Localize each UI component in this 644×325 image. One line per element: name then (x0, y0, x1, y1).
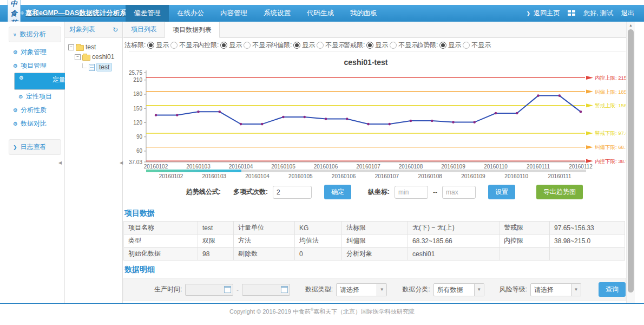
trend-chart-svg: ceshi01-test225.75210180150120906037.03内… (129, 52, 626, 182)
gear-icon: ⚙ (19, 75, 24, 87)
object-tree: − test − ceshi01 test (65, 38, 122, 73)
svg-text:20160107: 20160107 (356, 164, 380, 170)
scrollbar-thumb[interactable] (628, 29, 634, 292)
data-detail-filters: 生产时间: - 数据类型: 请选择 ▼ 数据分类: 所有数据 ▼ 风险等级: 请… (123, 278, 626, 301)
svg-text:20160105: 20160105 (271, 164, 295, 170)
tab-project-list[interactable]: 项目列表 (123, 22, 165, 37)
gear-icon: ⚙ (13, 63, 18, 69)
gear-icon: ⚙ (13, 121, 18, 127)
prod-time-end-input[interactable] (242, 284, 290, 296)
sidebar-group-log-view[interactable]: ❯ 日志查看 (9, 139, 61, 155)
svg-text:225.75: 225.75 (129, 70, 142, 76)
registered-mark: ® (21, 11, 24, 16)
svg-text:20160109: 20160109 (441, 164, 465, 170)
toggle-standard-limit: 法标限: 显示 不显示 (124, 41, 198, 50)
menu-item-system[interactable]: 系统设置 (255, 5, 299, 22)
top-header: 中食药 ® 嘉和eGMP—DAS数据统计分析系统 偏差管理 在线办公 内容管理 … (0, 5, 644, 22)
trend-chart[interactable]: ceshi01-test225.75210180150120906037.03内… (129, 51, 626, 182)
main-content: 项目列表 项目数据列表 法标限: 显示 不显示 内控限: 显示 不显示 纠偏限:… (123, 22, 626, 308)
toggle-trend-limit: 趋势限: 显示 不显示 (417, 41, 490, 50)
dropdown-arrow-icon: ▼ (377, 284, 386, 296)
svg-text:警戒上限: 156.33: 警戒上限: 156.33 (595, 102, 626, 108)
confirm-button[interactable]: 确定 (324, 185, 351, 199)
apps-grid-icon[interactable] (568, 10, 575, 16)
user-greeting: 您好, 测试 (583, 9, 613, 18)
svg-text:20160102: 20160102 (144, 164, 168, 170)
gear-icon: ⚙ (18, 94, 23, 100)
scroll-up-icon[interactable]: ▲ (627, 22, 635, 29)
query-button[interactable]: 查询 (599, 282, 626, 297)
vertical-scrollbar[interactable]: ▲ ▼ (626, 22, 635, 308)
sidebar-item-qualitative[interactable]: ⚙ 定性项目 (14, 90, 61, 103)
svg-text:90: 90 (136, 134, 143, 140)
app-title: 嘉和eGMP—DAS数据统计分析系统 (25, 9, 133, 18)
radio-show[interactable] (147, 42, 154, 49)
tree-node-child[interactable]: − ceshi01 (75, 52, 120, 62)
export-trend-chart-button[interactable]: 导出趋势图 (536, 185, 583, 199)
data-class-label: 数据分类: (402, 285, 430, 294)
refresh-icon[interactable]: ↻ (113, 26, 118, 34)
radio-hide[interactable] (390, 42, 397, 49)
sidebar-collapse-handle[interactable]: ◀ (58, 160, 62, 165)
svg-text:20160106: 20160106 (332, 173, 356, 179)
logout-link[interactable]: 退出 (621, 9, 634, 18)
y-min-input[interactable] (395, 186, 428, 199)
toggle-correction-limit: 纠偏限: 显示 不显示 (271, 41, 344, 50)
svg-text:20160104: 20160104 (245, 173, 270, 179)
radio-show[interactable] (439, 42, 446, 49)
radio-hide[interactable] (463, 42, 470, 49)
limit-toggle-row: 法标限: 显示 不显示 内控限: 显示 不显示 纠偏限: 显示 不显示 警戒限:… (123, 38, 626, 51)
calendar-icon[interactable] (281, 286, 288, 293)
svg-text:20160112: 20160112 (569, 164, 593, 170)
prod-time-start-input[interactable] (185, 284, 233, 296)
logo: 中食药 ® 嘉和eGMP—DAS数据统计分析系统 (0, 5, 126, 22)
footer: Copyright © 2016-2019 中食药®嘉和天下（北京）国际医学科技… (0, 303, 644, 325)
tree-node-root[interactable]: − test (68, 42, 120, 52)
header-right: ❯ 返回主页 您好, 测试 退出 (526, 5, 644, 22)
radio-show[interactable] (366, 42, 373, 49)
panel-collapse-handle[interactable]: ◀ (120, 160, 123, 165)
sidebar-item-data-compare[interactable]: ⚙ 数据对比 (9, 117, 61, 131)
y-max-input[interactable] (442, 186, 476, 199)
collapse-box-icon[interactable]: − (68, 44, 74, 50)
trend-controls: 趋势线公式: 多项式次数: 确定 纵坐标: -- 设置 导出趋势图 (123, 182, 626, 204)
tab-bar: 项目列表 项目数据列表 (123, 22, 626, 38)
svg-text:20160109: 20160109 (461, 173, 485, 179)
sidebar-group-data-analysis[interactable]: ∨ 数据分析 (9, 27, 61, 42)
poly-degree-label: 多项式次数: (233, 187, 268, 197)
range-separator: -- (433, 188, 437, 196)
radio-show[interactable] (293, 42, 300, 49)
tab-project-data-list[interactable]: 项目数据列表 (165, 22, 220, 38)
sidebar-item-project-mgmt[interactable]: ⚙ 项目管理 (9, 59, 61, 73)
sidebar-item-analysis-props[interactable]: ⚙ 分析性质 (9, 103, 61, 117)
tree-node-leaf[interactable]: test (82, 62, 120, 73)
chevron-down-icon: ∨ (13, 32, 17, 37)
poly-degree-input[interactable] (273, 186, 312, 199)
svg-text:纠偏下限: 68.32: 纠偏下限: 68.32 (595, 144, 626, 150)
collapse-box-icon[interactable]: − (75, 54, 81, 60)
chevron-right-icon: ❯ (13, 145, 17, 150)
menu-item-deviation[interactable]: 偏差管理 (126, 5, 169, 22)
radio-hide[interactable] (244, 42, 251, 49)
project-data-table: 项目名称test 计量单位KG 法标限无(下) ~ 无(上) 警戒限97.65~… (123, 221, 625, 261)
set-button[interactable]: 设置 (488, 185, 515, 199)
data-type-label: 数据类型: (305, 285, 333, 294)
menu-item-content[interactable]: 内容管理 (212, 5, 255, 22)
data-class-select[interactable]: 所有数据 ▼ (433, 283, 484, 296)
data-type-select[interactable]: 请选择 ▼ (336, 283, 387, 296)
calendar-icon[interactable] (224, 286, 231, 293)
menu-item-codegen[interactable]: 代码生成 (299, 5, 342, 22)
sidebar-item-object-mgmt[interactable]: ⚙ 对象管理 (9, 46, 61, 59)
radio-hide[interactable] (170, 42, 178, 49)
menu-item-online-office[interactable]: 在线办公 (169, 5, 212, 22)
svg-text:210: 210 (133, 77, 142, 83)
svg-text:内控上限: 215.0: 内控上限: 215.0 (595, 75, 626, 81)
radio-show[interactable] (220, 42, 227, 49)
radio-hide[interactable] (317, 42, 324, 49)
project-data-heading: 项目数据 (123, 204, 626, 221)
svg-text:20160110: 20160110 (484, 164, 508, 170)
svg-text:20160102: 20160102 (159, 173, 183, 179)
back-home-link[interactable]: ❯ 返回主页 (526, 9, 560, 18)
menu-item-dashboard[interactable]: 我的面板 (342, 5, 385, 22)
risk-level-select[interactable]: 请选择 ▼ (530, 283, 581, 296)
